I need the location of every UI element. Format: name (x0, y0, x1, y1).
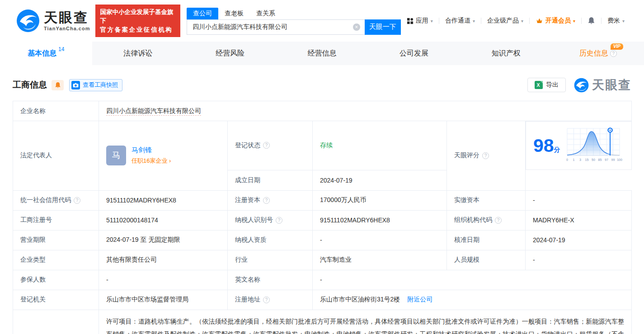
svg-text:100: 100 (617, 158, 622, 161)
menu-enterprise-products[interactable]: 企业级产品 ▾ (481, 17, 529, 25)
business-term-value: 2024-07-19 至 无固定期限 (99, 230, 228, 250)
svg-text:X: X (536, 82, 540, 88)
notifications-bell[interactable] (582, 17, 601, 25)
export-button[interactable]: X 导出 (527, 78, 566, 92)
business-scope-value: 许可项目：道路机动车辆生产。（依法须经批准的项目，经相关部门批准后方可开展经营活… (99, 310, 632, 334)
help-icon[interactable]: ? (263, 142, 270, 149)
svg-text:99: 99 (611, 158, 615, 161)
username-label: 费米 (607, 17, 620, 25)
approval-date-value: 2024-07-19 (526, 230, 632, 250)
nearby-companies-link[interactable]: 附近公司 (407, 296, 432, 303)
svg-text:1: 1 (573, 158, 574, 161)
menu-user-account[interactable]: 费米 ▾ (602, 17, 630, 25)
org-code-label-cell: 组织机构代码? (447, 210, 526, 230)
reg-capital-label: 注册资本 (235, 196, 260, 204)
score-value: 98分 (533, 136, 560, 155)
help-icon[interactable]: ? (263, 197, 270, 204)
vip-badge: VIP (611, 43, 623, 50)
table-row: 法定代表人 马 马剑锋 任职16家企业 › 登记状态? 存续 天眼评分? (13, 121, 632, 170)
camera-icon (71, 81, 80, 89)
legal-rep-companies-link[interactable]: 任职16家企业 › (132, 157, 171, 165)
menu-vip-upgrade[interactable]: 开通会员 ▾ (530, 17, 581, 25)
monitor-bell-button[interactable] (52, 80, 64, 90)
tab-operating-risk[interactable]: 经营风险 (184, 42, 276, 65)
taxpayer-id-label: 纳税人识别号 (235, 216, 273, 224)
logo-text: 天眼查 TianYanCha.com (44, 11, 90, 31)
reg-address-label-cell: 注册地址? (228, 290, 313, 310)
score-distribution-chart: 0 1 3 15 50 85 97 99 100 (564, 127, 624, 165)
english-name-value: - (313, 270, 632, 290)
menu-apps[interactable]: 应用 ▾ (401, 17, 439, 25)
business-snapshot-button[interactable]: 查看工商快照 (69, 79, 122, 91)
svg-text:50: 50 (592, 158, 595, 161)
staff-size-value: - (526, 250, 632, 270)
table-row: 参保人数 - 英文名称 - (13, 270, 632, 290)
company-name-value: 四川小点新能源汽车科技有限公司 (99, 101, 632, 121)
credit-code-label-cell: 统一社会信用代码? (13, 190, 99, 210)
search-button[interactable]: 天眼一下 (365, 19, 401, 35)
help-icon[interactable]: ? (495, 217, 502, 224)
reg-address-value: 乐山市市中区油榨街31号2楼 (320, 296, 400, 303)
menu-cooperation-label: 合作通道 (445, 17, 470, 25)
menu-enterprise-label: 企业级产品 (487, 17, 519, 25)
svg-text:85: 85 (598, 158, 602, 161)
help-icon[interactable]: ? (263, 296, 270, 303)
reg-number-value: 511102000148174 (99, 210, 228, 230)
section-header: 工商信息 查看工商快照 X 导出 (13, 77, 631, 93)
table-row: 企业类型 其他有限责任公司 行业 汽车制造业 人员规模 - (13, 250, 632, 270)
search-tab-boss[interactable]: 查老板 (218, 8, 250, 19)
table-row: 登记机关 乐山市市中区市场监督管理局 注册地址? 乐山市市中区油榨街31号2楼 … (13, 290, 632, 310)
legal-rep-name-link[interactable]: 马剑锋 (132, 146, 171, 155)
section-title: 工商信息 (13, 79, 47, 91)
business-info-table: 企业名称 四川小点新能源汽车科技有限公司 法定代表人 马 马剑锋 任职16家企业… (13, 101, 632, 334)
crown-icon (536, 17, 543, 24)
tab-operating-info[interactable]: 经营信息 (276, 42, 368, 65)
tab-legal-litigation-label: 法律诉讼 (123, 49, 152, 58)
org-code-label: 组织机构代码 (454, 216, 492, 224)
reg-authority-label: 登记机关 (13, 290, 99, 310)
excel-icon: X (535, 81, 543, 89)
help-icon[interactable]: ? (74, 197, 80, 204)
logo-swirl-icon (16, 9, 40, 33)
menu-cooperation[interactable]: 合作通道 ▾ (439, 17, 481, 25)
table-row: 营业期限 2024-07-19 至 无固定期限 纳税人资质 - 核准日期 202… (13, 230, 632, 250)
paid-capital-value: - (526, 190, 632, 210)
help-icon[interactable]: ? (610, 50, 617, 57)
business-term-label: 营业期限 (13, 230, 99, 250)
english-name-label: 英文名称 (228, 270, 313, 290)
tab-basic-info[interactable]: 基本信息 14 (0, 42, 92, 65)
avatar[interactable]: 马 (106, 146, 126, 165)
tab-intellectual-property-label: 知识产权 (492, 49, 521, 58)
tab-history-info[interactable]: VIP 历史信息 ? (552, 42, 644, 65)
staff-size-label: 人员规模 (447, 250, 526, 270)
credit-code-label: 统一社会信用代码 (20, 196, 71, 204)
search-input[interactable] (187, 19, 365, 35)
tab-legal-litigation[interactable]: 法律诉讼 (92, 42, 184, 65)
help-icon[interactable]: ? (276, 217, 282, 224)
tab-history-info-label: 历史信息 (579, 49, 608, 58)
clear-icon[interactable]: ✕ (353, 24, 360, 31)
tab-basic-info-label: 基本信息 (28, 49, 56, 58)
paid-capital-label: 实缴资本 (447, 190, 526, 210)
tab-company-development[interactable]: 公司发展 (368, 42, 460, 65)
tab-intellectual-property[interactable]: 知识产权 (460, 42, 552, 65)
logo-en: TianYanCha.com (44, 26, 90, 31)
apps-grid-icon (407, 18, 414, 24)
search-tabs: 查公司 查老板 查关系 (187, 7, 401, 19)
search-tab-company[interactable]: 查公司 (187, 8, 218, 19)
tianyancha-logo[interactable]: 天眼查 TianYanCha.com (16, 9, 90, 33)
search-tab-relation[interactable]: 查关系 (250, 8, 282, 19)
top-menu: 应用 ▾ 合作通道 ▾ 企业级产品 ▾ 开通会员 ▾ (401, 17, 630, 25)
export-button-label: 导出 (546, 81, 559, 89)
help-icon[interactable]: ? (482, 152, 489, 159)
menu-vip-label: 开通会员 (545, 17, 571, 25)
table-row: 工商注册号 511102000148174 纳税人识别号? 91511102MA… (13, 210, 632, 230)
reg-capital-value: 170000万人民币 (313, 190, 447, 210)
table-row: 经营范围? 许可项目：道路机动车辆生产。（依法须经批准的项目，经相关部门批准后方… (13, 310, 632, 334)
taxpayer-quality-value: - (313, 230, 447, 250)
reg-status-label-cell: 登记状态? (228, 121, 313, 170)
taxpayer-id-label-cell: 纳税人识别号? (228, 210, 313, 230)
org-code-value: MADRY6HE-X (526, 210, 632, 230)
reg-address-cell: 乐山市市中区油榨街31号2楼 附近公司 (313, 290, 632, 310)
tab-company-development-label: 公司发展 (400, 49, 428, 58)
